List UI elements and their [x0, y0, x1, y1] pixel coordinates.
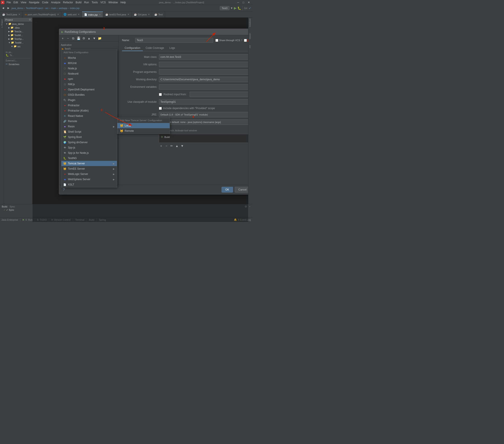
- config-item-mxunit[interactable]: ◆MXUnit: [61, 60, 117, 66]
- settings-config-btn[interactable]: ⚙: [82, 36, 86, 40]
- maven-label[interactable]: Maven: [248, 32, 252, 40]
- tree-testsp[interactable]: ▶ 📁 TestSp...: [4, 37, 32, 41]
- config-item-weblogic[interactable]: ●WebLogic Server ▶: [61, 171, 117, 177]
- tab-close-pomxml[interactable]: ✕: [57, 13, 59, 16]
- copy-config-btn[interactable]: ⧉: [71, 36, 75, 40]
- tab-close-test3java[interactable]: ✕: [18, 13, 20, 16]
- run-btn[interactable]: ▶: [234, 6, 236, 10]
- breadcrumb-testwebproject[interactable]: TestWebProject: [26, 7, 43, 9]
- folder-config-btn[interactable]: 📁: [97, 36, 102, 40]
- tree-src[interactable]: ▼ 📁 src: [4, 44, 32, 48]
- config-item-remote[interactable]: 🔗Remote: [61, 119, 117, 124]
- config-item-react-native[interactable]: ⚛React Native: [61, 113, 117, 119]
- config-item-npm[interactable]: ■npm: [61, 76, 117, 82]
- tomcat-remote-item[interactable]: 🐱 Remote: [117, 128, 170, 134]
- redirect-input[interactable]: [190, 92, 248, 97]
- config-item-spring-dmserver[interactable]: 🌍Spring dmServer: [61, 140, 117, 145]
- tab-test3java[interactable]: ☕ Test3.java ✕: [0, 11, 23, 18]
- config-name-input[interactable]: [135, 38, 213, 43]
- minimize-btn[interactable]: ─: [236, 0, 240, 4]
- tree-testm[interactable]: ▶ 📁 TestM...: [4, 33, 32, 37]
- tab-webxml[interactable]: 🌐 web.xml ✕: [61, 11, 82, 18]
- tree-java-demo[interactable]: ▼ 📁 java_demo: [4, 22, 32, 26]
- config-item-spyjs-node[interactable]: 👁Spy-js for Node.js: [61, 150, 117, 155]
- config-item-osgi[interactable]: ⬡OSGi Bundles: [61, 92, 117, 97]
- config-item-testng[interactable]: 🐛TestNG: [61, 155, 117, 161]
- tab-close-girljava[interactable]: ✕: [148, 13, 150, 16]
- back-btn[interactable]: ◀: [1, 6, 5, 10]
- menu-edit[interactable]: Edit: [12, 0, 19, 4]
- ant-label[interactable]: Ant: [248, 44, 252, 49]
- close-btn[interactable]: ✕: [246, 0, 251, 4]
- tab-close-indexjsp[interactable]: ✕: [99, 13, 101, 16]
- config-tab-configuration[interactable]: Configuration: [122, 45, 143, 51]
- debug-btn[interactable]: 🐛: [237, 6, 241, 10]
- menu-analyze[interactable]: Analyze: [50, 0, 62, 4]
- statusbar-java-enterprise[interactable]: Java Enterprise: [1, 218, 18, 221]
- env-vars-input[interactable]: [159, 84, 248, 90]
- database-label[interactable]: Database: [248, 18, 252, 28]
- down-config-btn[interactable]: ▼: [92, 36, 96, 40]
- tab-test[interactable]: ☕ Test: [152, 11, 165, 18]
- breadcrumb-java-demo[interactable]: java_demo: [11, 7, 23, 9]
- sync-btn[interactable]: Sync: [10, 205, 15, 208]
- breadcrumb-webapp[interactable]: webapp: [59, 7, 68, 9]
- config-item-nodeunit[interactable]: ⬡Nodeunit: [61, 71, 117, 76]
- menu-vcs[interactable]: VCS: [99, 0, 107, 4]
- share-vcs-check[interactable]: [216, 39, 218, 42]
- menu-code[interactable]: Code: [41, 0, 50, 4]
- share-help-icon[interactable]: ?: [241, 39, 242, 41]
- parallel-run-check[interactable]: [244, 39, 247, 42]
- before-launch-remove-btn[interactable]: −: [164, 144, 169, 148]
- tab-girljava[interactable]: ☕ Girl.java ✕: [132, 11, 152, 18]
- config-item-openshift[interactable]: ●OpenShift Deployment: [61, 87, 117, 92]
- vm-options-input[interactable]: [159, 62, 248, 67]
- before-launch-down-btn[interactable]: ▼: [180, 144, 184, 148]
- menu-refactor[interactable]: Refactor: [62, 0, 74, 4]
- config-tab-logs[interactable]: Logs: [167, 45, 178, 51]
- tab-test01java[interactable]: ☕ test01\Test.java ✕: [103, 11, 131, 18]
- ok-button[interactable]: OK: [222, 187, 233, 193]
- program-args-input[interactable]: [159, 69, 248, 75]
- config-item-nwjs[interactable]: □NW.js: [61, 82, 117, 87]
- cancel-button[interactable]: Cancel: [235, 187, 248, 193]
- git-update-btn[interactable]: ✓: [249, 6, 251, 10]
- save-config-btn[interactable]: 💾: [76, 36, 81, 40]
- menu-file[interactable]: File: [5, 0, 12, 4]
- tree-idea[interactable]: ▶ 📁 .idea: [4, 26, 32, 29]
- tree-testw[interactable]: ▼ 📁 TestW...: [4, 41, 32, 44]
- config-tab-coverage[interactable]: Code Coverage: [143, 45, 167, 51]
- config-item-shell-script[interactable]: 📜Shell Script: [61, 129, 117, 135]
- up-config-btn[interactable]: ▲: [87, 36, 91, 40]
- share-vcs-checkbox[interactable]: Share through VCS ?: [216, 39, 242, 42]
- help-icon[interactable]: ?: [63, 188, 65, 192]
- before-launch-edit-btn[interactable]: ✏: [169, 144, 174, 148]
- shorten-select[interactable]: user-local default: none - java [options…: [159, 119, 248, 125]
- before-launch-add-btn[interactable]: +: [159, 144, 163, 148]
- jre-select[interactable]: Default (1.8 - SDK of 'TestSpring01' mod…: [159, 112, 248, 117]
- menu-build[interactable]: Build: [74, 0, 83, 4]
- run-config-selector[interactable]: Test3: [220, 6, 230, 10]
- menu-run[interactable]: Run: [83, 0, 90, 4]
- config-item-spyjs[interactable]: 👁Spy-js: [61, 145, 117, 150]
- build-close-btn[interactable]: −: [249, 205, 250, 208]
- config-item-resin[interactable]: ■Resin ▶: [61, 124, 117, 129]
- redirect-checkbox[interactable]: [159, 93, 162, 96]
- remove-config-btn[interactable]: −: [66, 36, 70, 40]
- tree-testja[interactable]: ▶ 📁 TestJa...: [4, 29, 32, 33]
- forward-btn[interactable]: ▶: [6, 6, 11, 10]
- config-item-xslt[interactable]: 📄XSLT: [61, 182, 117, 187]
- config-item-mocha[interactable]: ●Mocha: [61, 55, 117, 60]
- config-item-protractor-kotlin[interactable]: ●Protractor (Kotlin): [61, 108, 117, 113]
- statusbar-run[interactable]: ▶ 4: Run: [23, 218, 32, 221]
- project-label[interactable]: 1: Project: [1, 19, 3, 29]
- tab-close-test01java[interactable]: ✕: [127, 13, 129, 16]
- maximize-btn[interactable]: □: [241, 0, 246, 4]
- main-class-input[interactable]: [159, 54, 248, 60]
- tab-pomxml[interactable]: m pom.xml (TestWebProject) ✕: [23, 11, 62, 18]
- breadcrumb-main[interactable]: main: [51, 7, 56, 9]
- menu-navigate[interactable]: Navigate: [28, 0, 41, 4]
- tab-close-webxml[interactable]: ✕: [78, 13, 80, 16]
- include-provided-checkbox[interactable]: [159, 107, 162, 110]
- menu-window[interactable]: Window: [107, 0, 119, 4]
